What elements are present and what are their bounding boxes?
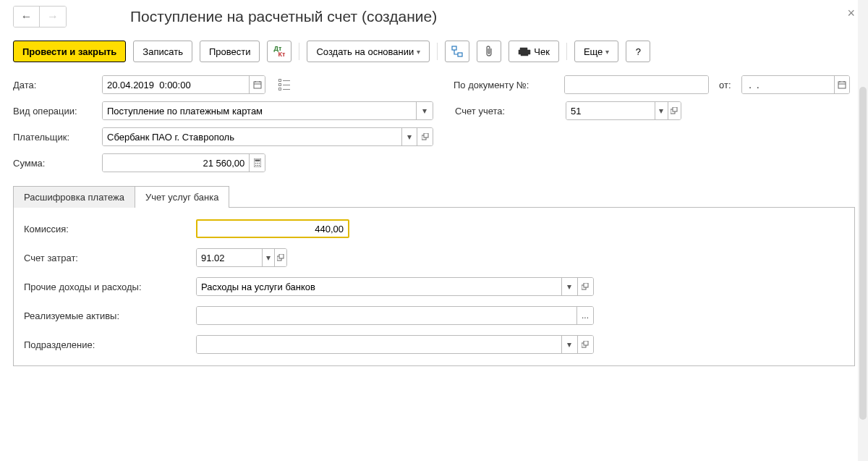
attachment-button[interactable]: [477, 41, 501, 62]
calendar-icon[interactable]: [249, 76, 265, 93]
chevron-down-icon[interactable]: ▾: [416, 102, 433, 119]
svg-point-17: [257, 163, 258, 164]
assets-label: Реализуемые активы:: [24, 310, 190, 321]
tabs-container: Расшифровка платежа Учет услуг банка Ком…: [13, 179, 855, 366]
chevron-down-icon[interactable]: ▾: [262, 249, 274, 266]
payer-input[interactable]: [103, 128, 401, 145]
structure-icon: [451, 46, 463, 57]
tab-body: Комиссия: Счет затрат: ▾: [13, 207, 855, 366]
sum-input-wrap: [102, 153, 265, 172]
save-button[interactable]: Записать: [133, 41, 192, 62]
row-division: Подразделение: ▾: [24, 335, 844, 354]
svg-rect-1: [458, 53, 462, 56]
docdate-input[interactable]: [742, 76, 834, 93]
expense-acc-input-wrap: ▾: [196, 248, 287, 267]
date-input-wrap: [102, 75, 265, 94]
svg-rect-27: [584, 341, 588, 345]
check-label: Чек: [534, 46, 550, 57]
separator: [437, 43, 438, 60]
tab-payment-breakdown[interactable]: Расшифровка платежа: [13, 186, 135, 208]
docdate-label: от:: [719, 80, 731, 90]
header: ← → Поступление на расчетный счет (созда…: [13, 6, 855, 28]
scrollbar[interactable]: [858, 0, 868, 461]
help-button[interactable]: ?: [626, 41, 650, 62]
row-expense-acc: Счет затрат: ▾: [24, 248, 844, 267]
scrollbar-thumb[interactable]: [859, 87, 867, 420]
close-button[interactable]: ×: [847, 6, 855, 21]
optype-input-wrap: ▾: [102, 101, 433, 120]
post-close-button[interactable]: Провести и закрыть: [13, 41, 126, 62]
window: × ← → Поступление на расчетный счет (соз…: [0, 0, 868, 461]
svg-rect-2: [254, 82, 261, 88]
printer-icon: [518, 46, 531, 56]
division-input[interactable]: [197, 336, 561, 353]
svg-rect-23: [279, 254, 284, 258]
row-payer: Плательщик: ▾: [13, 127, 855, 146]
open-icon[interactable]: [577, 278, 593, 295]
date-label: Дата:: [13, 80, 96, 90]
toolbar: Провести и закрыть Записать Провести ДтК…: [13, 41, 855, 62]
account-input[interactable]: [566, 102, 655, 119]
row-optype: Вид операции: ▾ Счет учета: ▾: [13, 101, 855, 120]
open-icon[interactable]: [417, 128, 433, 145]
svg-point-16: [255, 163, 256, 164]
account-label: Счет учета:: [455, 106, 560, 117]
docdate-input-wrap: [741, 75, 850, 94]
division-label: Подразделение:: [24, 339, 190, 350]
post-button[interactable]: Провести: [200, 41, 260, 62]
payer-label: Плательщик:: [13, 132, 96, 143]
nav-buttons: ← →: [13, 6, 67, 28]
chevron-down-icon[interactable]: ▾: [655, 102, 668, 119]
other-input[interactable]: [197, 278, 561, 295]
forward-button[interactable]: →: [40, 7, 66, 27]
date-input[interactable]: [103, 76, 249, 93]
dtkt-icon: ДтКт: [273, 46, 285, 57]
open-icon[interactable]: [577, 336, 593, 353]
optype-input[interactable]: [103, 102, 416, 119]
account-input-wrap: ▾: [566, 101, 681, 120]
back-button[interactable]: ←: [14, 7, 40, 27]
separator: [566, 43, 567, 60]
optype-label: Вид операции:: [13, 106, 96, 117]
check-button[interactable]: Чек: [509, 41, 559, 62]
more-label: Еще: [584, 46, 603, 57]
commission-input[interactable]: [197, 221, 348, 237]
chevron-down-icon[interactable]: ▾: [561, 278, 577, 295]
commission-label: Комиссия:: [24, 224, 190, 234]
docnum-input-wrap: [564, 75, 709, 94]
svg-rect-15: [255, 160, 260, 162]
assets-input[interactable]: [197, 307, 576, 324]
division-input-wrap: ▾: [196, 335, 594, 354]
commission-input-wrap: [196, 219, 349, 238]
paperclip-icon: [484, 46, 494, 57]
tab-bank-services[interactable]: Учет услуг банка: [135, 186, 229, 208]
row-commission: Комиссия:: [24, 219, 844, 238]
calendar-icon[interactable]: [834, 76, 849, 93]
more-button[interactable]: Еще ▾: [574, 41, 618, 62]
calculator-icon[interactable]: [249, 154, 265, 172]
create-based-button[interactable]: Создать на основании ▾: [307, 41, 430, 62]
create-based-label: Создать на основании: [316, 46, 414, 57]
docnum-input[interactable]: [565, 76, 708, 93]
svg-rect-25: [584, 283, 588, 287]
svg-point-18: [258, 163, 260, 164]
sum-input[interactable]: [103, 154, 249, 172]
row-date: Дата: По документу №: от:: [13, 75, 855, 94]
list-view-icon[interactable]: [278, 79, 290, 90]
open-icon[interactable]: [668, 102, 681, 119]
row-assets: Реализуемые активы: ...: [24, 306, 844, 325]
other-input-wrap: ▾: [196, 277, 594, 296]
docnum-label: По документу №:: [454, 80, 558, 90]
tabs: Расшифровка платежа Учет услуг банка: [13, 185, 855, 207]
structure-button[interactable]: [445, 41, 469, 62]
expense-acc-input[interactable]: [197, 249, 262, 266]
sum-label: Сумма:: [13, 158, 96, 169]
ellipsis-icon[interactable]: ...: [576, 307, 593, 324]
svg-rect-0: [452, 46, 456, 50]
chevron-down-icon[interactable]: ▾: [401, 128, 417, 145]
form: Дата: По документу №: от:: [13, 75, 855, 366]
dtkt-button[interactable]: ДтКт: [267, 41, 292, 62]
page-title: Поступление на расчетный счет (создание): [130, 8, 437, 25]
chevron-down-icon[interactable]: ▾: [561, 336, 577, 353]
open-icon[interactable]: [274, 249, 286, 266]
